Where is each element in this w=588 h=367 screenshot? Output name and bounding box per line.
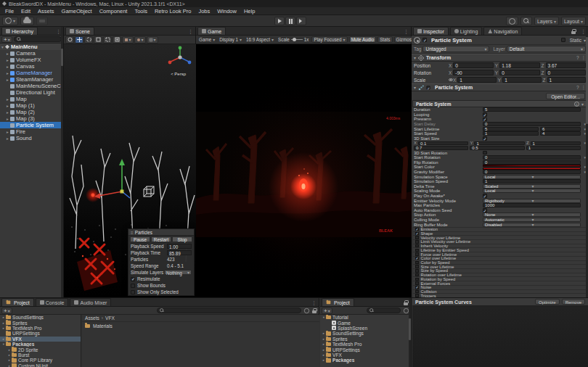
kebab-menu-icon[interactable]: ⋮ xyxy=(401,29,411,35)
tab-audio-mixer[interactable]: Audio Mixer xyxy=(70,298,111,306)
transform-scale-z-field[interactable]: 1 xyxy=(547,77,586,83)
project-item-packages[interactable]: ▸Packages xyxy=(320,358,412,363)
account-button[interactable] xyxy=(506,17,518,25)
expand-arrow-icon[interactable]: ▸ xyxy=(5,117,10,121)
breadcrumb-assets[interactable]: Assets xyxy=(85,316,99,321)
axis-field[interactable]: 0.5 xyxy=(470,146,524,150)
layout-dropdown[interactable]: Layout▾ xyxy=(561,17,586,25)
move-tool-button[interactable] xyxy=(75,36,83,44)
scale-slider[interactable]: Scale1x xyxy=(277,36,310,44)
property-field[interactable]: 0 xyxy=(483,155,581,160)
menu-window[interactable]: Window xyxy=(213,7,240,15)
menu-retro-look-pro[interactable]: Retro Look Pro xyxy=(151,7,195,15)
hierarchy-item-sound[interactable]: ▸Sound xyxy=(0,135,63,141)
transform-component-header[interactable]: ▾ Transform ?⋮ xyxy=(412,54,588,62)
open-editor-button[interactable]: Open Editor... xyxy=(546,93,585,99)
lock-icon[interactable] xyxy=(571,29,576,34)
property-dropdown[interactable]: Disabled▾ xyxy=(483,223,581,227)
step-button[interactable] xyxy=(296,17,306,25)
hierarchy-item-canvas[interactable]: ▸Canvas xyxy=(0,63,63,70)
tab-lighting[interactable]: Lighting xyxy=(450,27,483,35)
axis-field[interactable]: 1 xyxy=(526,146,581,150)
menu-gameobject[interactable]: GameObject xyxy=(58,7,96,15)
overlay-check-show-bounds[interactable]: Show Bounds xyxy=(128,282,194,289)
project-item-textmesh-pro[interactable]: ▸TextMesh Pro xyxy=(320,342,412,347)
simulate-layers-dropdown[interactable]: Nothing▾ xyxy=(164,270,192,275)
checkbox[interactable] xyxy=(131,277,135,281)
project2-scrollbar[interactable] xyxy=(409,298,411,367)
component-enabled-checkbox[interactable] xyxy=(426,86,430,89)
tab-scene[interactable]: Scene xyxy=(65,27,94,35)
property-checkbox[interactable] xyxy=(483,208,487,213)
property-checkbox[interactable] xyxy=(483,136,487,141)
project-item-tutorial[interactable]: ▾Tutorial xyxy=(320,315,412,320)
project-item-burst[interactable]: ▸Burst xyxy=(0,352,81,358)
layers-dropdown[interactable]: Layers▾ xyxy=(534,17,559,25)
project-item-core-rp-library[interactable]: ▸Core RP Library xyxy=(0,358,81,363)
info-icon[interactable]: i xyxy=(574,102,579,107)
property-dropdown[interactable]: Automatic▾ xyxy=(483,218,581,222)
property-dropdown[interactable]: None▾ xyxy=(483,213,581,217)
property-field-min[interactable]: 5 xyxy=(483,127,539,131)
play-button[interactable] xyxy=(274,17,285,25)
optimize-button[interactable]: Optimize xyxy=(535,299,560,305)
chevron-icon[interactable]: ▾ xyxy=(581,155,586,160)
module-checkbox[interactable] xyxy=(415,265,419,268)
remove-button[interactable]: Remove xyxy=(562,299,585,305)
restart-button[interactable]: Restart xyxy=(151,236,171,242)
perspective-label[interactable]: < Persp xyxy=(171,72,186,76)
scene-canvas[interactable]: < Persp ≡Particles PauseRestartStop Play… xyxy=(64,44,196,297)
tab-game[interactable]: Game xyxy=(197,27,226,35)
property-dropdown[interactable]: Scaled▾ xyxy=(483,184,581,189)
chevron-icon[interactable]: ▾ xyxy=(581,165,586,169)
property-dropdown[interactable]: Rigidbody▾ xyxy=(483,199,581,203)
project-item-soundsettings[interactable]: ▸SoundSettings xyxy=(0,315,81,320)
project-item-game[interactable]: Game xyxy=(320,320,412,325)
hierarchy-item-mainmenu[interactable]: ▾MainMenu xyxy=(0,44,63,50)
display-dropdown[interactable]: Display 1▾ xyxy=(218,36,243,44)
chevron-icon[interactable]: ▾ xyxy=(581,122,586,126)
property-checkbox[interactable] xyxy=(483,112,487,117)
property-field[interactable]: 0 xyxy=(483,160,581,165)
expand-arrow-icon[interactable]: ▸ xyxy=(5,110,10,115)
asset-materials[interactable]: Materials xyxy=(82,322,319,330)
object-name[interactable]: Particle System xyxy=(431,37,559,44)
scale-slider-track[interactable] xyxy=(291,39,303,40)
hierarchy-item-map[interactable]: ▸Map xyxy=(0,96,63,102)
module-checkbox[interactable] xyxy=(415,244,419,248)
rect-tool-button[interactable] xyxy=(103,36,112,44)
particles-overlay-title[interactable]: ≡Particles xyxy=(128,229,194,236)
hidden-packages-icon[interactable] xyxy=(304,308,309,313)
hierarchy-search-input[interactable] xyxy=(14,36,62,42)
hierarchy-item-particle-system[interactable]: Particle System xyxy=(0,122,63,128)
transform-position-x-field[interactable]: 0 xyxy=(453,62,493,68)
start-color-gradients[interactable] xyxy=(483,165,581,169)
create-object-button[interactable]: +▾ xyxy=(1,36,12,43)
hierarchy-scrollbar[interactable] xyxy=(61,27,63,297)
tag-dropdown[interactable]: Untagged▾ xyxy=(422,46,489,52)
color-bar-min[interactable] xyxy=(483,165,581,167)
transform-position-y-field[interactable]: 1.18 xyxy=(499,62,539,68)
menu-edit[interactable]: Edit xyxy=(17,7,34,15)
kebab-menu-icon[interactable]: ⋮ xyxy=(186,29,195,35)
game-canvas[interactable]: 4.003ms BLEAK xyxy=(196,44,412,306)
checkbox[interactable] xyxy=(131,284,135,288)
field-value[interactable]: 85.89 xyxy=(167,250,192,255)
expand-arrow-icon[interactable]: ▸ xyxy=(5,65,10,69)
particle-system-component-header[interactable]: ▾ Particle System ?⋮ xyxy=(412,83,588,91)
tab-inspector[interactable]: Inspector xyxy=(413,27,449,35)
chevron-icon[interactable]: ▾ xyxy=(581,141,586,145)
curves-editor-area[interactable] xyxy=(412,306,588,367)
pivot-toggle-button[interactable]: ▾ xyxy=(122,36,134,44)
module-checkbox[interactable] xyxy=(415,249,419,252)
project-search-input[interactable] xyxy=(157,308,301,313)
module-checkbox[interactable] xyxy=(415,281,419,285)
hierarchy-item-gamemanager[interactable]: ▸GameManager xyxy=(0,70,63,76)
space-toggle-button[interactable]: ▾ xyxy=(134,36,146,44)
hierarchy-item-fire[interactable]: ▸Fire xyxy=(0,128,63,135)
module-checkbox[interactable] xyxy=(415,240,419,244)
scale-tool-button[interactable] xyxy=(94,36,102,44)
module-checkbox[interactable] xyxy=(415,278,419,281)
lock-icon[interactable] xyxy=(404,300,408,305)
module-checkbox[interactable] xyxy=(415,257,419,260)
